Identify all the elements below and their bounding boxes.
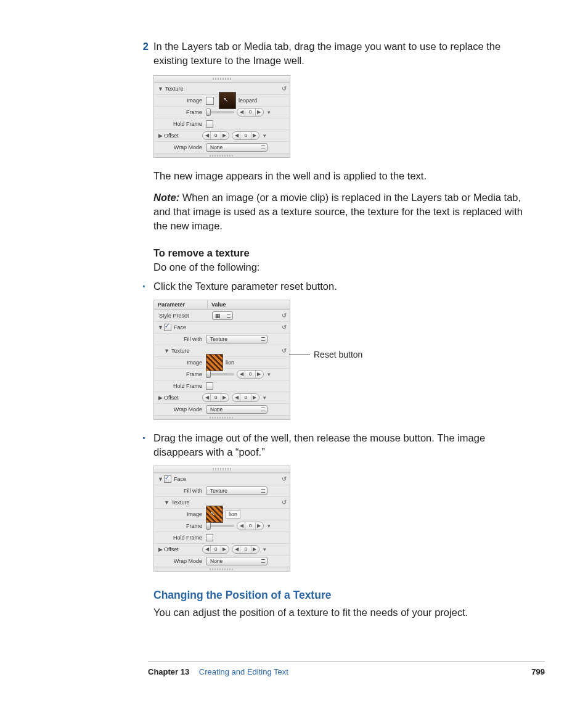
bullet-icon: ▪	[142, 431, 153, 459]
disclosure-right-icon[interactable]: ▶	[158, 546, 163, 553]
column-header-value: Value	[208, 300, 290, 309]
disclosure-down-icon[interactable]: ▼	[158, 324, 163, 331]
face-checkbox[interactable]	[164, 324, 171, 331]
frame-slider[interactable]	[206, 373, 234, 376]
section-heading: Changing the Position of a Texture	[153, 588, 537, 603]
cursor-icon: ↖	[210, 510, 215, 517]
face-checkbox[interactable]	[164, 475, 171, 483]
disclosure-down-icon[interactable]: ▼	[164, 347, 169, 355]
inspector-panel-2: Parameter Value Style Preset ▦ ↺ ▼ Face	[153, 300, 290, 420]
disclosure-down-icon[interactable]: ▼	[164, 499, 169, 506]
image-name: lion	[226, 359, 234, 366]
frame-spinner[interactable]: ◀0▶	[237, 522, 264, 530]
cursor-icon: ↖	[223, 96, 228, 104]
style-preset-label: Style Preset	[158, 312, 212, 319]
procedure-body: Do one of the following:	[153, 260, 537, 274]
frame-spinner[interactable]: ◀0▶	[237, 108, 264, 117]
frame-label: Frame	[158, 109, 206, 116]
fill-with-popup[interactable]: Texture	[206, 486, 267, 495]
inspector-panel-3: ▼ Face ↺ Fill with Texture ▼ Texture	[153, 466, 290, 572]
wrap-mode-label: Wrap Mode	[158, 557, 206, 565]
wrap-mode-popup[interactable]: None	[206, 405, 267, 414]
offset-x-spinner[interactable]: ◀0▶	[202, 131, 229, 140]
offset-label: Offset	[164, 394, 202, 401]
offset-label: Offset	[164, 132, 202, 139]
reset-icon[interactable]: ↺	[281, 313, 287, 319]
image-label: Image	[158, 511, 206, 518]
image-well[interactable]	[206, 354, 223, 371]
frame-slider[interactable]	[206, 111, 234, 113]
reset-icon[interactable]: ↺	[281, 86, 287, 92]
wrap-mode-label: Wrap Mode	[158, 406, 206, 413]
offset-x-spinner[interactable]: ◀0▶	[202, 393, 229, 402]
procedure-heading: To remove a texture	[153, 246, 537, 260]
image-label: Image	[158, 359, 206, 366]
image-name: lion	[226, 510, 240, 519]
disclosure-right-icon[interactable]: ▶	[158, 132, 163, 139]
image-well[interactable]: ↖	[206, 506, 223, 523]
hold-frame-checkbox[interactable]	[206, 120, 213, 128]
reset-icon[interactable]: ↺	[281, 499, 287, 506]
hold-frame-checkbox[interactable]	[206, 534, 213, 541]
image-label: Image	[158, 97, 206, 104]
reset-icon[interactable]: ↺	[281, 476, 287, 482]
offset-y-spinner[interactable]: ◀0▶	[232, 545, 259, 554]
bullet-text: Click the Texture parameter reset button…	[153, 279, 337, 293]
page-number: 799	[531, 667, 545, 678]
section-body: You can adjust the position of a texture…	[153, 605, 537, 620]
param-menu-icon[interactable]: ▾	[266, 109, 272, 116]
param-menu-icon[interactable]: ▾	[262, 394, 267, 401]
callout: Reset button	[289, 349, 362, 361]
step-number: 2	[135, 39, 153, 627]
callout-text: Reset button	[310, 349, 362, 361]
hold-frame-label: Hold Frame	[158, 534, 206, 541]
offset-x-spinner[interactable]: ◀0▶	[202, 545, 229, 554]
frame-label: Frame	[158, 522, 206, 530]
param-menu-icon[interactable]: ▾	[262, 132, 267, 139]
hold-frame-checkbox[interactable]	[206, 382, 213, 390]
column-header-parameter: Parameter	[154, 300, 208, 309]
offset-label: Offset	[164, 546, 202, 553]
image-name: leopard	[239, 97, 257, 104]
disclosure-down-icon[interactable]: ▼	[158, 475, 163, 483]
texture-reset-icon[interactable]: ↺	[281, 348, 287, 354]
param-menu-icon[interactable]: ▾	[266, 371, 272, 378]
note-label: Note:	[153, 192, 179, 203]
inspector-panel-1: ▼ Texture ↺ Image ↖ leopard	[153, 75, 290, 158]
chapter-title: Creating and Editing Text	[199, 667, 288, 676]
fill-with-label: Fill with	[158, 335, 206, 343]
page-footer: Chapter 13 Creating and Editing Text 799	[148, 661, 545, 678]
chapter-label: Chapter 13	[148, 667, 189, 676]
bullet-icon: ▪	[142, 279, 153, 293]
paragraph: The new image appears in the well and is…	[153, 169, 537, 183]
face-label: Face	[171, 324, 227, 331]
face-label: Face	[171, 475, 227, 483]
step-text: In the Layers tab or Media tab, drag the…	[153, 39, 537, 68]
image-enable-checkbox[interactable]	[206, 97, 214, 105]
offset-y-spinner[interactable]: ◀0▶	[232, 393, 259, 402]
param-menu-icon[interactable]: ▾	[266, 522, 272, 530]
param-menu-icon[interactable]: ▾	[262, 546, 267, 553]
hold-frame-label: Hold Frame	[158, 382, 206, 390]
fill-with-popup[interactable]: Texture	[206, 335, 267, 343]
image-well[interactable]: ↖	[219, 92, 236, 109]
bullet-text: Drag the image out of the well, then rel…	[153, 431, 537, 459]
wrap-mode-label: Wrap Mode	[158, 144, 206, 151]
note-text: When an image (or a movie clip) is repla…	[153, 192, 523, 231]
frame-label: Frame	[158, 371, 206, 378]
note-paragraph: Note: When an image (or a movie clip) is…	[153, 191, 537, 233]
reset-icon[interactable]: ↺	[281, 324, 287, 330]
hold-frame-label: Hold Frame	[158, 120, 206, 128]
disclosure-down-icon[interactable]: ▼	[158, 85, 163, 92]
fill-with-label: Fill with	[158, 487, 206, 495]
offset-y-spinner[interactable]: ◀0▶	[232, 131, 259, 140]
wrap-mode-popup[interactable]: None	[206, 557, 267, 565]
disclosure-right-icon[interactable]: ▶	[158, 394, 163, 401]
style-preset-popup[interactable]: ▦	[212, 311, 233, 320]
wrap-mode-popup[interactable]: None	[206, 143, 267, 152]
frame-slider[interactable]	[206, 525, 234, 527]
frame-spinner[interactable]: ◀0▶	[237, 370, 264, 379]
